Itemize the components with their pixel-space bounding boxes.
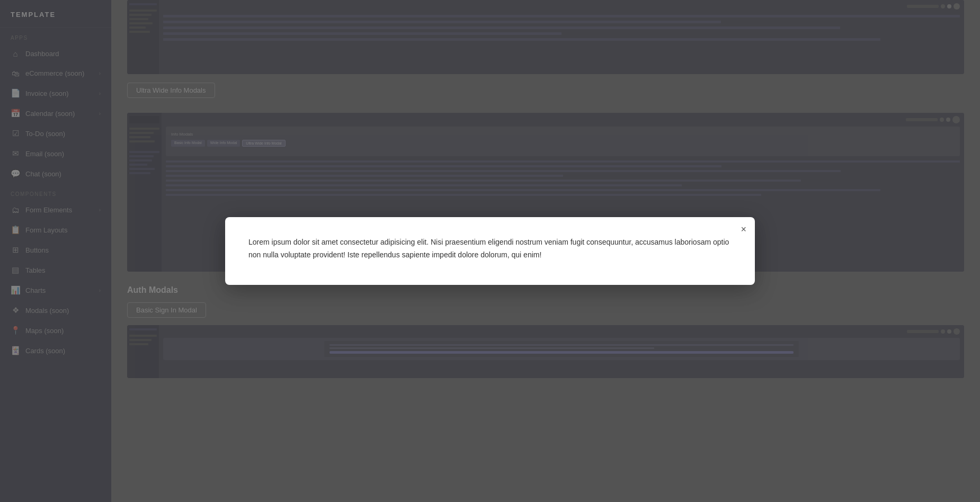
modal-close-button[interactable]: × — [741, 225, 746, 234]
modal-overlay[interactable]: × Lorem ipsum dolor sit amet consectetur… — [0, 0, 980, 502]
modal-dialog: × Lorem ipsum dolor sit amet consectetur… — [225, 217, 755, 285]
modal-body-text: Lorem ipsum dolor sit amet consectetur a… — [248, 236, 732, 262]
